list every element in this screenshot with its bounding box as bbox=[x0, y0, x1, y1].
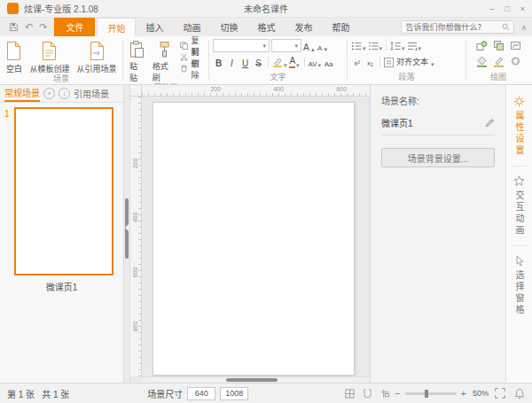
save-icon[interactable] bbox=[9, 22, 19, 32]
blank-scene-button[interactable]: 空白 bbox=[3, 39, 25, 74]
format-painter-button[interactable]: 格式刷 bbox=[150, 39, 179, 83]
from-template-button[interactable]: 从模板创建 bbox=[27, 39, 72, 74]
tab-reference-scenes[interactable]: 引用场景 bbox=[74, 87, 109, 100]
slide-caption: 微课页1 bbox=[0, 280, 123, 293]
font-color-button[interactable]: A ▾ bbox=[289, 56, 301, 68]
font-family-select[interactable]: ▾ bbox=[213, 39, 270, 52]
font-size-select[interactable]: ▾ bbox=[271, 39, 301, 52]
collapse-panel-arrow-icon[interactable] bbox=[125, 224, 129, 231]
text-direction-button[interactable]: ▾ bbox=[407, 39, 422, 51]
notification-bell-icon[interactable] bbox=[514, 388, 525, 399]
tab-selection-pane[interactable]: 选择窗格 bbox=[512, 255, 526, 316]
grow-font-button[interactable]: A ▲ bbox=[303, 40, 316, 52]
scene-height-field[interactable]: 1008 bbox=[220, 387, 248, 400]
superscript-button[interactable]: x² bbox=[351, 55, 363, 67]
paste-button[interactable]: 粘贴 bbox=[127, 39, 148, 83]
template-document-icon bbox=[41, 41, 58, 61]
zoom-slider-thumb[interactable] bbox=[425, 390, 428, 398]
tab-insert[interactable]: 插入 bbox=[136, 18, 173, 36]
dropdown-arrow-icon: ▾ bbox=[431, 61, 434, 67]
dropdown-arrow-icon: ▾ bbox=[379, 45, 383, 51]
panel-splitter[interactable] bbox=[124, 85, 130, 383]
fit-to-window-icon[interactable] bbox=[495, 388, 505, 399]
trash-icon bbox=[180, 65, 188, 73]
maximize-button[interactable]: □ bbox=[505, 4, 509, 13]
scene-name-value[interactable]: 微课页1 bbox=[381, 116, 413, 129]
status-bar: 第 1 张 共 1 张 场景尺寸 640 1008 − + 50% bbox=[0, 383, 532, 403]
dropdown-arrow-icon: ▾ bbox=[402, 45, 405, 51]
tab-help[interactable]: 帮助 bbox=[322, 18, 359, 36]
bold-button[interactable]: B bbox=[213, 56, 224, 68]
char-spacing-button[interactable]: AV ▾ bbox=[309, 56, 322, 68]
ruler-mark: 400 bbox=[132, 212, 138, 223]
right-tab-strip: 属性设置 交互动画 选择窗格 bbox=[505, 85, 532, 383]
snap-icon[interactable] bbox=[363, 389, 372, 399]
horizontal-scrollbar[interactable] bbox=[142, 376, 370, 383]
search-input[interactable] bbox=[405, 23, 499, 32]
change-case-button[interactable]: Aa bbox=[323, 56, 334, 68]
quick-style-icon[interactable] bbox=[510, 40, 521, 51]
horizontal-scrollbar-thumb[interactable] bbox=[226, 378, 278, 382]
delete-button[interactable]: 删除 bbox=[180, 64, 207, 74]
from-reference-button[interactable]: 从引用场景 bbox=[74, 39, 120, 74]
zoom-out-button[interactable]: − bbox=[395, 388, 400, 399]
ruler-mark: 200 bbox=[210, 86, 221, 92]
tab-home[interactable]: 开始 bbox=[97, 18, 136, 36]
close-button[interactable]: × bbox=[520, 4, 525, 13]
redo-icon[interactable]: ↷ bbox=[39, 21, 47, 33]
shape-effects-icon[interactable] bbox=[510, 56, 521, 67]
strikethrough-button[interactable]: S bbox=[253, 56, 264, 68]
bullets-button[interactable]: ▾ bbox=[351, 39, 366, 51]
tab-format[interactable]: 格式 bbox=[247, 18, 285, 36]
slide-thumbnail[interactable] bbox=[14, 107, 113, 275]
blank-document-icon bbox=[5, 41, 22, 61]
dropdown-arrow-icon: ▾ bbox=[294, 43, 298, 49]
tab-regular-scenes[interactable]: 常规场景 bbox=[4, 85, 40, 102]
tab-property-settings-label: 属性设置 bbox=[512, 111, 526, 157]
zoom-slider[interactable] bbox=[405, 392, 457, 395]
strip-divider bbox=[512, 166, 527, 167]
import-scene-icon[interactable]: ↓ bbox=[59, 88, 70, 99]
arrange-icon[interactable] bbox=[493, 40, 505, 51]
guides-icon[interactable] bbox=[380, 389, 390, 399]
canvas-page[interactable] bbox=[153, 102, 355, 376]
underline-button[interactable]: U bbox=[239, 56, 251, 68]
add-scene-icon[interactable]: + bbox=[43, 88, 55, 99]
tab-interactive-animation[interactable]: 交互动画 bbox=[512, 175, 526, 236]
dropdown-arrow-icon: ▾ bbox=[363, 45, 366, 51]
edit-pencil-icon[interactable] bbox=[485, 118, 495, 128]
align-text-label: 对齐文本 bbox=[396, 56, 428, 67]
undo-icon[interactable]: ↶ bbox=[25, 21, 33, 33]
brush-icon bbox=[158, 41, 171, 58]
dropdown-arrow-icon: ▾ bbox=[284, 62, 287, 68]
align-text-icon bbox=[384, 58, 394, 67]
ruler-corner bbox=[130, 85, 142, 97]
tab-file[interactable]: 文件 bbox=[54, 18, 95, 36]
shrink-font-button[interactable]: A ▼ bbox=[317, 40, 329, 52]
line-spacing-button[interactable]: ▾ bbox=[390, 39, 405, 51]
outline-color-icon[interactable] bbox=[493, 56, 505, 67]
star-icon bbox=[513, 175, 525, 187]
editing-canvas: 200 400 600 200 400 600 800 bbox=[130, 85, 370, 383]
dropdown-arrow-icon: ▾ bbox=[262, 43, 266, 49]
grid-icon[interactable] bbox=[345, 389, 355, 399]
collapse-ribbon-icon[interactable]: ∧ bbox=[520, 23, 527, 32]
fill-color-icon[interactable] bbox=[476, 56, 488, 67]
highlight-color-button[interactable]: ▾ bbox=[272, 56, 287, 68]
scene-width-field[interactable]: 640 bbox=[187, 387, 215, 400]
scene-background-button[interactable]: 场景背景设置... bbox=[381, 148, 495, 167]
zoom-in-button[interactable]: + bbox=[461, 388, 466, 399]
minimize-button[interactable]: – bbox=[489, 4, 494, 13]
search-box[interactable] bbox=[401, 20, 514, 34]
insert-shape-icon[interactable] bbox=[476, 40, 488, 51]
tab-property-settings[interactable]: 属性设置 bbox=[512, 96, 526, 157]
align-text-button[interactable]: 对齐文本 ▾ bbox=[384, 55, 434, 67]
numbering-button[interactable]: ▾ bbox=[368, 39, 383, 51]
text-direction-icon bbox=[407, 41, 418, 51]
italic-button[interactable]: I bbox=[226, 56, 238, 68]
tab-transition[interactable]: 切换 bbox=[210, 18, 247, 36]
subscript-button[interactable]: x₂ bbox=[364, 55, 376, 67]
tab-publish[interactable]: 发布 bbox=[285, 18, 322, 36]
arrow-up-icon: ▲ bbox=[310, 47, 316, 52]
ribbon-group-text: ▾ ▾ A ▲ A ▼ B bbox=[209, 36, 347, 84]
